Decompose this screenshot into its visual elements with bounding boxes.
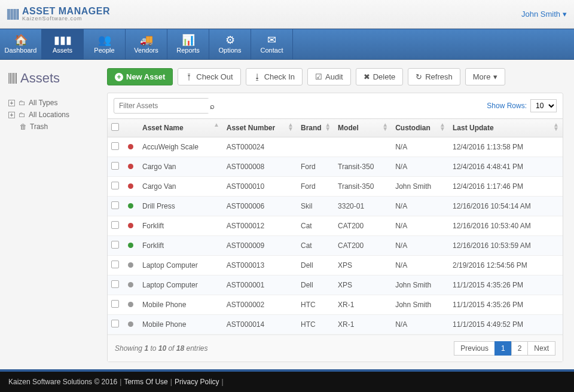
chart-icon: 📊: [182, 35, 195, 45]
nav-dashboard[interactable]: 🏠Dashboard: [0, 29, 42, 59]
cell-last-update: 11/1/2015 4:35:26 PM: [449, 275, 563, 295]
show-rows-label[interactable]: Show Rows:: [487, 102, 527, 110]
nav-contact[interactable]: ✉Contact: [251, 29, 293, 59]
show-rows-select[interactable]: 10: [530, 99, 557, 112]
cell-last-update: 11/1/2015 4:49:52 PM: [449, 315, 563, 335]
filter-input[interactable]: [118, 99, 210, 113]
cell-last-update: 12/16/2016 10:54:14 AM: [449, 197, 563, 216]
status-dot: [128, 262, 133, 268]
cell-custodian: N/A: [392, 197, 449, 216]
check-out-button[interactable]: ⭱Check Out: [178, 68, 240, 85]
pager-next[interactable]: Next: [527, 341, 555, 356]
tree-all-locations[interactable]: +🗀All Locations: [8, 109, 93, 121]
cell-custodian: N/A: [392, 256, 449, 275]
cell-last-update: 12/4/2016 1:17:46 PM: [449, 177, 563, 197]
chevron-down-icon: ▾: [563, 10, 567, 19]
pager-prev[interactable]: Previous: [454, 341, 495, 356]
tree-trash[interactable]: 🗑Trash: [8, 121, 93, 133]
cell-asset-name: Mobile Phone: [139, 315, 223, 335]
expand-icon[interactable]: +: [8, 100, 15, 106]
logo-sub: KaizenSoftware.com: [22, 16, 110, 22]
status-dot: [128, 183, 133, 189]
mail-icon: ✉: [267, 35, 276, 45]
row-checkbox[interactable]: [111, 162, 119, 170]
col-custodian[interactable]: Custodian▲▼: [392, 119, 449, 137]
row-checkbox[interactable]: [111, 142, 119, 150]
table-row[interactable]: Laptop ComputerAST000001DellXPSJohn Smit…: [108, 275, 563, 295]
pager-page-1[interactable]: 1: [494, 341, 512, 356]
delete-icon: ✖: [364, 72, 370, 81]
cell-asset-name: Laptop Computer: [139, 256, 223, 275]
col-c1[interactable]: [124, 119, 139, 137]
sidebar: Assets +🗀All Types+🗀All Locations🗑Trash: [0, 60, 99, 369]
refresh-button[interactable]: ↻Refresh: [408, 68, 460, 85]
cell-brand: Ford: [297, 157, 334, 177]
folder-icon: 🗀: [18, 111, 26, 119]
row-checkbox[interactable]: [111, 261, 119, 268]
cell-last-update: 11/1/2015 4:35:26 PM: [449, 295, 563, 315]
logo[interactable]: ASSET MANAGER KaizenSoftware.com: [7, 7, 110, 22]
nav-people[interactable]: 👥People: [84, 29, 126, 59]
col-asset-number[interactable]: Asset Number▲▼: [223, 119, 297, 137]
col-last-update[interactable]: Last Update▲▼: [449, 119, 563, 137]
table-row[interactable]: Cargo VanAST000008FordTransit-350N/A12/4…: [108, 157, 563, 177]
download-icon: ⭳: [254, 72, 261, 81]
audit-button[interactable]: ☑Audit: [307, 68, 351, 85]
cell-model: XPS: [334, 256, 392, 275]
cell-model: XR-1: [334, 295, 392, 315]
nav-vendors[interactable]: 🚚Vendors: [126, 29, 167, 59]
cell-brand: HTC: [297, 295, 334, 315]
gear-icon: ⚙: [225, 35, 235, 45]
table-row[interactable]: ForkliftAST000009CatCAT200N/A12/16/2016 …: [108, 236, 563, 256]
row-checkbox[interactable]: [111, 280, 119, 288]
nav-assets[interactable]: ▮▮▮Assets: [42, 29, 84, 59]
new-asset-button[interactable]: + New Asset: [107, 68, 173, 85]
table-row[interactable]: AccuWeigh ScaleAST000024N/A12/4/2016 1:1…: [108, 137, 563, 157]
footer-terms[interactable]: Terms Of Use: [124, 378, 167, 386]
upload-icon: ⭱: [185, 72, 193, 81]
table-row[interactable]: Cargo VanAST000010FordTransit-350John Sm…: [108, 177, 563, 197]
row-checkbox[interactable]: [111, 182, 119, 189]
sort-icon: ▲▼: [325, 122, 331, 131]
row-checkbox[interactable]: [111, 300, 119, 308]
row-checkbox[interactable]: [111, 320, 119, 327]
cell-asset-number: AST000006: [223, 197, 297, 216]
row-checkbox[interactable]: [111, 241, 119, 249]
cell-custodian: N/A: [392, 157, 449, 177]
tree-all-types[interactable]: +🗀All Types: [8, 97, 93, 109]
row-checkbox[interactable]: [111, 201, 119, 209]
nav-options[interactable]: ⚙Options: [209, 29, 251, 59]
select-all-checkbox[interactable]: [111, 123, 119, 131]
check-in-button[interactable]: ⭳Check In: [246, 68, 303, 85]
table-row[interactable]: Mobile PhoneAST000014HTCXR-1N/A11/1/2015…: [108, 315, 563, 335]
status-dot: [128, 203, 133, 209]
col-asset-name[interactable]: Asset Name▲: [139, 119, 223, 137]
col-model[interactable]: Model▲▼: [334, 119, 392, 137]
footer: Kaizen Software Solutions © 2016 | Terms…: [0, 369, 574, 392]
delete-button[interactable]: ✖Delete: [356, 68, 404, 85]
cell-brand: Dell: [297, 256, 334, 275]
cell-asset-name: Cargo Van: [139, 157, 223, 177]
cell-asset-number: AST000001: [223, 275, 297, 295]
row-checkbox[interactable]: [111, 221, 119, 229]
cell-asset-name: Laptop Computer: [139, 275, 223, 295]
more-button[interactable]: More ▾: [465, 68, 506, 85]
table-row[interactable]: Drill PressAST000006Skil3320-01N/A12/16/…: [108, 197, 563, 216]
content-area: + New Asset ⭱Check Out ⭳Check In ☑Audit …: [99, 60, 574, 369]
footer-privacy[interactable]: Privacy Policy: [175, 378, 219, 386]
table-row[interactable]: Laptop ComputerAST000013DellXPSN/A2/19/2…: [108, 256, 563, 275]
col-brand[interactable]: Brand▲▼: [297, 119, 334, 137]
table-row[interactable]: ForkliftAST000012CatCAT200N/A12/16/2016 …: [108, 216, 563, 236]
expand-icon[interactable]: +: [8, 112, 15, 118]
col-c0[interactable]: [108, 119, 124, 137]
assets-table: Asset Name▲Asset Number▲▼Brand▲▼Model▲▼C…: [108, 118, 563, 335]
search-icon[interactable]: ⌕: [210, 102, 215, 111]
cell-last-update: 12/16/2016 10:53:40 AM: [449, 216, 563, 236]
table-row[interactable]: Mobile PhoneAST000002HTCXR-1John Smith11…: [108, 295, 563, 315]
pager-page-2[interactable]: 2: [511, 341, 529, 356]
cell-asset-name: Drill Press: [139, 197, 223, 216]
cell-last-update: 2/19/2016 12:54:56 PM: [449, 256, 563, 275]
user-menu[interactable]: John Smith ▾: [521, 10, 567, 19]
cell-brand: Ford: [297, 177, 334, 197]
nav-reports[interactable]: 📊Reports: [167, 29, 209, 59]
